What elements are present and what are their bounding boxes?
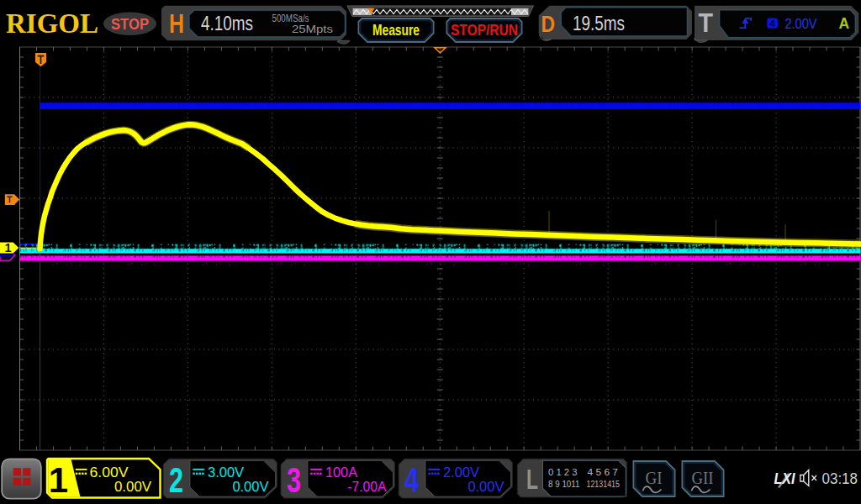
svg-text:STOP: STOP [111,16,149,33]
svg-text:100A: 100A [325,465,357,480]
svg-text:GII: GII [692,468,714,488]
svg-text:8 9 1011: 8 9 1011 [548,479,580,489]
svg-text:-7.00A: -7.00A [347,479,387,495]
svg-text:4: 4 [404,459,419,500]
svg-text:A: A [838,15,849,32]
svg-text:2.00V: 2.00V [785,16,818,32]
svg-text:25Mpts: 25Mpts [292,23,334,35]
svg-text:6.00V: 6.00V [90,465,129,480]
svg-text:4: 4 [769,18,775,29]
svg-text:2.00V: 2.00V [443,465,479,480]
svg-text:0.00V: 0.00V [232,479,269,495]
svg-text:D: D [541,12,556,37]
svg-text:3: 3 [287,459,301,500]
svg-text:3.00V: 3.00V [208,465,244,480]
svg-text:0.00V: 0.00V [114,479,152,495]
svg-text:STOP/RUN: STOP/RUN [451,21,518,39]
svg-text:0.00V: 0.00V [467,479,504,495]
svg-text:L: L [526,463,538,495]
svg-text:1: 1 [4,241,11,255]
svg-text:RIGOL: RIGOL [6,8,98,39]
svg-text:12131415: 12131415 [587,479,621,489]
svg-text:1: 1 [49,460,68,500]
svg-text:T: T [699,8,714,38]
svg-text:2: 2 [169,459,183,500]
svg-text:19.5ms: 19.5ms [573,13,625,34]
svg-text:4 5 6 7: 4 5 6 7 [588,467,619,477]
svg-text:Measure: Measure [372,21,420,39]
svg-text:03:18: 03:18 [822,470,858,487]
svg-text:LXI: LXI [774,470,796,487]
svg-text:GI: GI [646,468,663,488]
svg-text:0 1 2 3: 0 1 2 3 [548,467,578,477]
svg-text:4.10ms: 4.10ms [201,13,253,34]
svg-text:H: H [169,9,184,39]
